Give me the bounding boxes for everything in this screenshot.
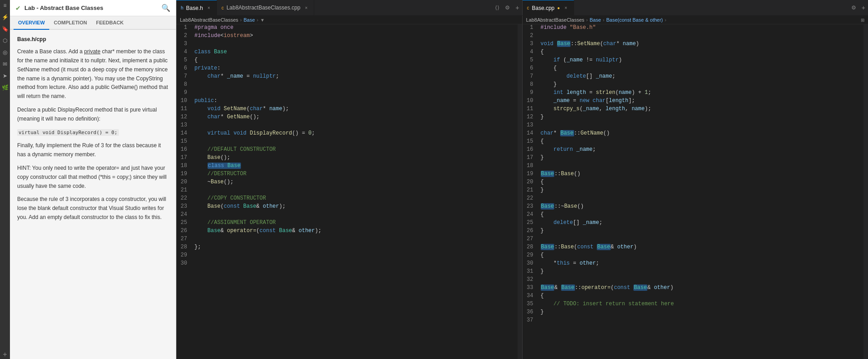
table-row: 11 strcpy_s(_name, length, name); [523,106,868,114]
table-row: 9 int length = strlen(name) + 1; [523,89,868,98]
activity-icon-1[interactable]: ≡ [1,2,9,9]
table-row: 22 //COPY CONSTRUCTOR [176,195,522,203]
table-row: 3void Base::SetName(char* name) [523,41,868,49]
activity-icon-7[interactable]: ➤ [1,72,9,79]
table-row: 24{ [523,211,868,219]
table-row: 6 { [523,65,868,73]
table-row: 17} [523,154,868,163]
left-code-table: 1#pragma once 2#include<iostream> 3 4cla… [176,24,522,268]
table-row: 16 //DEFAULT CONSTRUCTOR [176,146,522,154]
bc-dropdown[interactable]: ▼ [260,18,264,23]
bc-sep5: › [665,17,666,23]
table-row: 12} [523,114,868,122]
bc-lab8-right: Lab8AbstractBaseClasses [526,17,585,23]
bc-base-right[interactable]: Base [590,17,601,23]
tab-completion[interactable]: COMPLETION [49,16,91,30]
table-row: 11 void SetName(char* name); [176,106,522,114]
bc-sep4: › [603,17,604,23]
bc-sep1: › [240,17,242,23]
table-row: 30 *this = other; [523,260,868,268]
right-more-icon[interactable]: ⚙ [849,5,859,11]
left-pane-tabs: h Base.h × c Lab8AbstractBaseClasses.cpp… [176,0,523,15]
highlight-class: class Base [208,163,241,169]
table-row: 19Base::Base() [523,171,868,179]
table-row: 27 [176,236,522,244]
table-row: 14 virtual void DisplayRecord() = 0; [176,130,522,138]
bc-base-left[interactable]: Base [244,17,255,23]
table-row: 18 [523,163,868,171]
table-row: 20 ~Base(); [176,179,522,187]
table-row: 28}; [176,244,522,252]
bc-method-right[interactable]: Base(const Base & other) [606,17,663,23]
table-row: 29 [176,252,522,260]
tab-modified-dot: ● [557,5,560,10]
table-row: 30 [176,260,522,268]
tab-icon-h: h [181,5,184,10]
tab-label-base-cpp: Base.cpp [532,5,555,11]
right-editor-pane: Lab8AbstractBaseClasses › Base › Base(co… [523,16,868,359]
table-row: 26 Base& operator=(const Base& other); [176,228,522,236]
table-row: 15{ [523,138,868,146]
activity-icon-2[interactable]: ⚡ [1,14,9,21]
table-row: 7 delete[] _name; [523,73,868,81]
section-title: Base.h/cpp [17,35,169,44]
search-icon[interactable]: 🔍 [161,4,170,12]
table-row: 26} [523,228,868,236]
right-breadcrumb: Lab8AbstractBaseClasses › Base › Base(co… [523,16,868,24]
left-code-area[interactable]: 1#pragma once 2#include<iostream> 3 4cla… [176,24,522,359]
table-row: 37 [523,317,868,325]
instruction-panel: ✔ Lab - Abstract Base Classes 🔍 OVERVIEW… [10,0,176,359]
tab-base-cpp[interactable]: c Base.cpp ● × [523,0,574,15]
editors-split: Lab8AbstractBaseClasses › Base › ▼ 1#pra… [176,16,868,359]
right-code-area[interactable]: 1#include "Base.h" 2 3void Base::SetName… [523,24,868,359]
tab-icon-cpp2: c [527,5,529,10]
table-row: 21 [176,187,522,195]
activity-icon-3[interactable]: 🔖 [1,25,9,33]
panel-header: ✔ Lab - Abstract Base Classes 🔍 [10,0,176,16]
tab-close-lab8[interactable]: × [303,5,309,11]
bc-sep2: › [257,17,259,23]
tab-close-base-cpp[interactable]: × [563,5,569,11]
paragraph-5: Because the rule of 3 incorporates a cop… [17,195,169,222]
bc-lab8-left: Lab8AbstractBaseClasses [180,17,238,23]
add-editor-group-icon[interactable]: + [513,4,522,11]
left-pane-actions: ⟨⟩ ⚙ + [492,0,522,15]
table-row: 8 [176,81,522,89]
table-row: 28Base::Base(const Base& other) [523,244,868,252]
activity-icon-6[interactable]: ✉ [1,61,9,68]
more-options-icon[interactable]: ⚙ [502,5,513,11]
activity-icon-5[interactable]: ◎ [1,49,9,56]
table-row: 25 delete[] _name; [523,219,868,228]
right-add-icon[interactable]: + [859,4,868,11]
split-editor-icon[interactable]: ⟨⟩ [492,5,502,11]
check-icon: ✔ [15,5,21,12]
table-row: 24 [176,211,522,219]
table-row: 21} [523,187,868,195]
tab-close-base-h[interactable]: × [206,5,212,11]
table-row: 1#pragma once [176,24,522,33]
tab-lab8[interactable]: c Lab8AbstractBaseClasses.cpp × [217,0,314,15]
tab-label-base-h: Base.h [186,5,203,11]
nav-tabs: OVERVIEW COMPLETION FEEDBACK [10,16,176,30]
paragraph-2: Declare a public DisplayRecord method th… [17,106,169,124]
paragraph-3: Finally, fully implement the Rule of 3 f… [17,141,169,159]
code-displayrecord: virtual void DisplayRecord() = 0; [17,129,119,136]
bc-actions-right[interactable]: ⊞ [861,18,864,23]
table-row: 15 [176,138,522,146]
tab-icon-cpp: c [222,5,224,10]
activity-bar: ≡ ⚡ 🔖 ⬡ ◎ ✉ ➤ 🌿 + [0,0,10,359]
table-row: 4{ [523,49,868,57]
right-minimap [863,24,868,359]
bc-sep3: › [586,17,588,23]
right-pane-tabs: c Base.cpp ● × ⚙ + [523,0,868,15]
table-row: 14char* Base::GetName() [523,130,868,138]
tab-base-h[interactable]: h Base.h × [176,0,217,15]
panel-title: Lab - Abstract Base Classes [24,5,103,11]
tab-overview[interactable]: OVERVIEW [14,16,49,30]
activity-icon-4[interactable]: ⬡ [1,37,9,44]
tab-feedback[interactable]: FEEDBACK [91,16,128,30]
table-row: 19 //DESTRUCTOR [176,171,522,179]
add-button[interactable]: + [1,352,9,359]
activity-icon-8[interactable]: 🌿 [1,84,9,91]
table-row: 13 [523,122,868,130]
